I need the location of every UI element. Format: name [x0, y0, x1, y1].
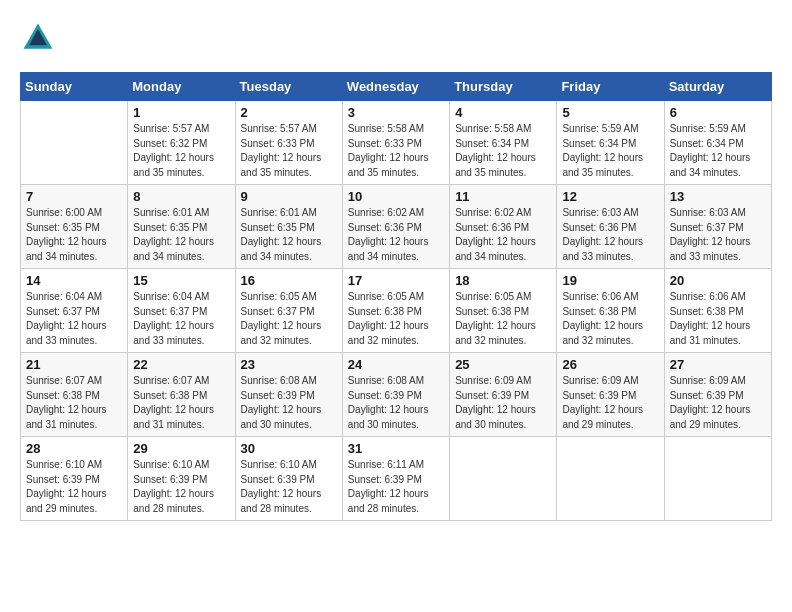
calendar-cell: 8 Sunrise: 6:01 AM Sunset: 6:35 PM Dayli… — [128, 185, 235, 269]
calendar-week-row: 28 Sunrise: 6:10 AM Sunset: 6:39 PM Dayl… — [21, 437, 772, 521]
day-number: 8 — [133, 189, 229, 204]
sunrise-text: Sunrise: 6:07 AM — [133, 375, 209, 386]
sunset-text: Sunset: 6:36 PM — [455, 222, 529, 233]
calendar-cell: 20 Sunrise: 6:06 AM Sunset: 6:38 PM Dayl… — [664, 269, 771, 353]
daylight-text: Daylight: 12 hours and 35 minutes. — [241, 152, 322, 178]
daylight-text: Daylight: 12 hours and 32 minutes. — [455, 320, 536, 346]
calendar-cell — [21, 101, 128, 185]
sunset-text: Sunset: 6:38 PM — [133, 390, 207, 401]
sunrise-text: Sunrise: 6:00 AM — [26, 207, 102, 218]
sunrise-text: Sunrise: 5:58 AM — [455, 123, 531, 134]
daylight-text: Daylight: 12 hours and 33 minutes. — [133, 320, 214, 346]
daylight-text: Daylight: 12 hours and 28 minutes. — [133, 488, 214, 514]
day-info: Sunrise: 5:59 AM Sunset: 6:34 PM Dayligh… — [670, 122, 766, 180]
sunrise-text: Sunrise: 6:04 AM — [26, 291, 102, 302]
sunrise-text: Sunrise: 6:05 AM — [241, 291, 317, 302]
day-number: 25 — [455, 357, 551, 372]
sunrise-text: Sunrise: 6:03 AM — [670, 207, 746, 218]
daylight-text: Daylight: 12 hours and 29 minutes. — [562, 404, 643, 430]
daylight-text: Daylight: 12 hours and 29 minutes. — [670, 404, 751, 430]
calendar-cell: 21 Sunrise: 6:07 AM Sunset: 6:38 PM Dayl… — [21, 353, 128, 437]
sunset-text: Sunset: 6:35 PM — [26, 222, 100, 233]
calendar-week-row: 21 Sunrise: 6:07 AM Sunset: 6:38 PM Dayl… — [21, 353, 772, 437]
day-info: Sunrise: 6:05 AM Sunset: 6:37 PM Dayligh… — [241, 290, 337, 348]
calendar-cell: 14 Sunrise: 6:04 AM Sunset: 6:37 PM Dayl… — [21, 269, 128, 353]
sunset-text: Sunset: 6:37 PM — [241, 306, 315, 317]
day-number: 21 — [26, 357, 122, 372]
sunrise-text: Sunrise: 6:04 AM — [133, 291, 209, 302]
daylight-text: Daylight: 12 hours and 34 minutes. — [133, 236, 214, 262]
daylight-text: Daylight: 12 hours and 34 minutes. — [26, 236, 107, 262]
sunset-text: Sunset: 6:38 PM — [455, 306, 529, 317]
calendar-header-row: SundayMondayTuesdayWednesdayThursdayFrid… — [21, 73, 772, 101]
day-info: Sunrise: 6:07 AM Sunset: 6:38 PM Dayligh… — [133, 374, 229, 432]
logo-icon — [20, 20, 56, 56]
calendar-cell: 19 Sunrise: 6:06 AM Sunset: 6:38 PM Dayl… — [557, 269, 664, 353]
sunset-text: Sunset: 6:39 PM — [133, 474, 207, 485]
calendar-cell: 4 Sunrise: 5:58 AM Sunset: 6:34 PM Dayli… — [450, 101, 557, 185]
daylight-text: Daylight: 12 hours and 33 minutes. — [26, 320, 107, 346]
sunset-text: Sunset: 6:38 PM — [670, 306, 744, 317]
daylight-text: Daylight: 12 hours and 30 minutes. — [348, 404, 429, 430]
sunrise-text: Sunrise: 6:06 AM — [670, 291, 746, 302]
daylight-text: Daylight: 12 hours and 31 minutes. — [26, 404, 107, 430]
day-number: 19 — [562, 273, 658, 288]
calendar-cell: 25 Sunrise: 6:09 AM Sunset: 6:39 PM Dayl… — [450, 353, 557, 437]
calendar-cell: 3 Sunrise: 5:58 AM Sunset: 6:33 PM Dayli… — [342, 101, 449, 185]
daylight-text: Daylight: 12 hours and 34 minutes. — [241, 236, 322, 262]
calendar-cell: 17 Sunrise: 6:05 AM Sunset: 6:38 PM Dayl… — [342, 269, 449, 353]
calendar-cell: 22 Sunrise: 6:07 AM Sunset: 6:38 PM Dayl… — [128, 353, 235, 437]
sunrise-text: Sunrise: 6:10 AM — [26, 459, 102, 470]
day-number: 17 — [348, 273, 444, 288]
calendar-cell: 7 Sunrise: 6:00 AM Sunset: 6:35 PM Dayli… — [21, 185, 128, 269]
logo — [20, 20, 60, 56]
sunrise-text: Sunrise: 6:09 AM — [455, 375, 531, 386]
day-info: Sunrise: 6:03 AM Sunset: 6:37 PM Dayligh… — [670, 206, 766, 264]
daylight-text: Daylight: 12 hours and 35 minutes. — [348, 152, 429, 178]
calendar-cell: 31 Sunrise: 6:11 AM Sunset: 6:39 PM Dayl… — [342, 437, 449, 521]
day-number: 27 — [670, 357, 766, 372]
sunrise-text: Sunrise: 6:02 AM — [348, 207, 424, 218]
day-number: 18 — [455, 273, 551, 288]
day-info: Sunrise: 6:04 AM Sunset: 6:37 PM Dayligh… — [26, 290, 122, 348]
day-info: Sunrise: 6:02 AM Sunset: 6:36 PM Dayligh… — [455, 206, 551, 264]
calendar-cell: 1 Sunrise: 5:57 AM Sunset: 6:32 PM Dayli… — [128, 101, 235, 185]
sunrise-text: Sunrise: 6:06 AM — [562, 291, 638, 302]
calendar-cell: 30 Sunrise: 6:10 AM Sunset: 6:39 PM Dayl… — [235, 437, 342, 521]
daylight-text: Daylight: 12 hours and 35 minutes. — [455, 152, 536, 178]
sunset-text: Sunset: 6:34 PM — [670, 138, 744, 149]
day-number: 10 — [348, 189, 444, 204]
day-number: 1 — [133, 105, 229, 120]
calendar-cell: 28 Sunrise: 6:10 AM Sunset: 6:39 PM Dayl… — [21, 437, 128, 521]
sunrise-text: Sunrise: 6:03 AM — [562, 207, 638, 218]
calendar-cell: 11 Sunrise: 6:02 AM Sunset: 6:36 PM Dayl… — [450, 185, 557, 269]
daylight-text: Daylight: 12 hours and 32 minutes. — [562, 320, 643, 346]
sunrise-text: Sunrise: 6:05 AM — [348, 291, 424, 302]
calendar-cell: 6 Sunrise: 5:59 AM Sunset: 6:34 PM Dayli… — [664, 101, 771, 185]
sunset-text: Sunset: 6:37 PM — [133, 306, 207, 317]
day-info: Sunrise: 6:10 AM Sunset: 6:39 PM Dayligh… — [133, 458, 229, 516]
sunrise-text: Sunrise: 6:08 AM — [348, 375, 424, 386]
day-info: Sunrise: 6:06 AM Sunset: 6:38 PM Dayligh… — [562, 290, 658, 348]
day-info: Sunrise: 5:58 AM Sunset: 6:34 PM Dayligh… — [455, 122, 551, 180]
sunrise-text: Sunrise: 6:08 AM — [241, 375, 317, 386]
day-number: 29 — [133, 441, 229, 456]
day-info: Sunrise: 6:10 AM Sunset: 6:39 PM Dayligh… — [241, 458, 337, 516]
calendar-cell: 5 Sunrise: 5:59 AM Sunset: 6:34 PM Dayli… — [557, 101, 664, 185]
calendar-cell: 15 Sunrise: 6:04 AM Sunset: 6:37 PM Dayl… — [128, 269, 235, 353]
sunset-text: Sunset: 6:34 PM — [455, 138, 529, 149]
sunrise-text: Sunrise: 6:10 AM — [133, 459, 209, 470]
day-number: 15 — [133, 273, 229, 288]
sunrise-text: Sunrise: 5:57 AM — [133, 123, 209, 134]
sunset-text: Sunset: 6:37 PM — [670, 222, 744, 233]
daylight-text: Daylight: 12 hours and 28 minutes. — [241, 488, 322, 514]
day-number: 22 — [133, 357, 229, 372]
calendar-cell: 29 Sunrise: 6:10 AM Sunset: 6:39 PM Dayl… — [128, 437, 235, 521]
sunset-text: Sunset: 6:39 PM — [455, 390, 529, 401]
column-header-monday: Monday — [128, 73, 235, 101]
daylight-text: Daylight: 12 hours and 31 minutes. — [670, 320, 751, 346]
day-info: Sunrise: 6:05 AM Sunset: 6:38 PM Dayligh… — [455, 290, 551, 348]
day-info: Sunrise: 6:05 AM Sunset: 6:38 PM Dayligh… — [348, 290, 444, 348]
day-number: 2 — [241, 105, 337, 120]
daylight-text: Daylight: 12 hours and 34 minutes. — [348, 236, 429, 262]
